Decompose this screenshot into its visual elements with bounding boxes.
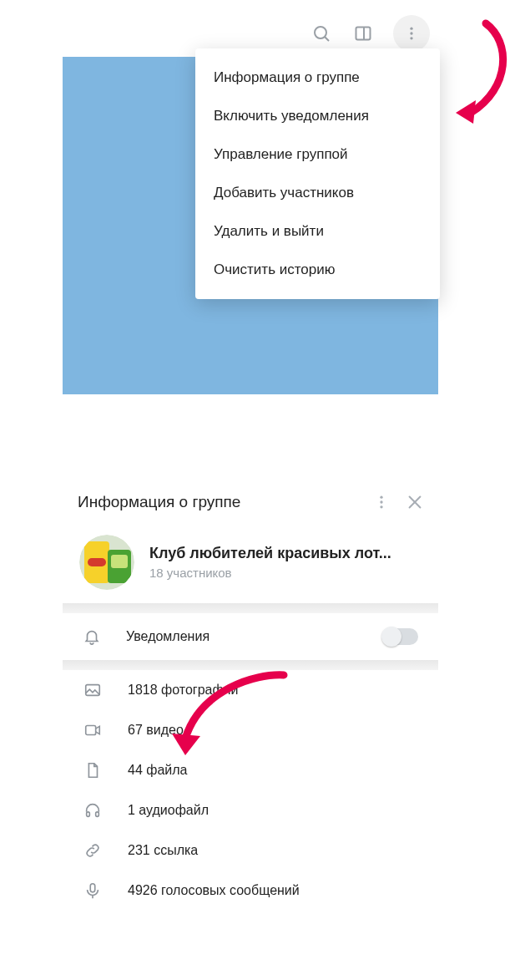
notifications-row[interactable]: Уведомления (63, 613, 438, 660)
menu-item-leave[interactable]: Удалить и выйти (195, 212, 440, 251)
svg-rect-17 (111, 555, 128, 568)
group-avatar[interactable] (79, 535, 134, 590)
svg-point-9 (380, 505, 382, 508)
svg-point-5 (410, 32, 412, 34)
svg-rect-19 (86, 726, 96, 735)
media-item-label: 231 ссылка (128, 843, 198, 858)
notifications-toggle[interactable] (383, 628, 418, 645)
svg-rect-21 (96, 812, 99, 817)
microphone-icon (83, 881, 103, 900)
media-links-row[interactable]: 231 ссылка (63, 830, 438, 871)
menu-item-clear-history[interactable]: Очистить историю (195, 251, 440, 289)
search-icon[interactable] (310, 22, 333, 45)
svg-line-1 (325, 37, 329, 41)
close-icon[interactable] (403, 490, 427, 514)
group-header-row[interactable]: Клуб любителей красивых лот... 18 участн… (63, 528, 438, 603)
annotation-arrow-1-icon (446, 17, 512, 125)
info-panel-header: Информация о группе (63, 476, 438, 528)
sidebar-panel-icon[interactable] (351, 22, 375, 45)
svg-point-8 (380, 500, 382, 503)
video-icon (83, 721, 103, 739)
media-item-label: 4926 голосовых сообщений (128, 883, 300, 898)
headphones-icon (83, 801, 103, 820)
svg-rect-22 (90, 884, 95, 892)
media-audio-row[interactable]: 1 аудиофайл (63, 790, 438, 830)
svg-point-0 (315, 27, 326, 38)
info-panel-title: Информация о группе (78, 493, 360, 511)
media-voice-row[interactable]: 4926 голосовых сообщений (63, 871, 438, 911)
photo-icon (83, 681, 103, 699)
link-icon (83, 841, 103, 860)
svg-rect-18 (86, 685, 100, 696)
group-member-count: 18 участников (149, 566, 422, 580)
menu-item-add-members[interactable]: Добавить участников (195, 174, 440, 212)
annotation-arrow-2-icon (167, 665, 300, 765)
file-icon (83, 761, 103, 779)
svg-point-4 (410, 28, 412, 30)
menu-item-enable-notif[interactable]: Включить уведомления (195, 97, 440, 135)
bell-icon (83, 627, 101, 646)
top-panel: Информация о группе Включить уведомления… (63, 10, 438, 394)
divider (63, 603, 438, 613)
menu-item-manage-group[interactable]: Управление группой (195, 135, 440, 174)
notifications-label: Уведомления (126, 629, 358, 644)
chat-background: Информация о группе Включить уведомления… (63, 57, 438, 394)
media-item-label: 1 аудиофайл (128, 803, 209, 818)
svg-rect-15 (88, 558, 106, 566)
dropdown-menu: Информация о группе Включить уведомления… (195, 48, 440, 299)
svg-point-7 (380, 496, 382, 499)
svg-rect-20 (87, 812, 90, 817)
more-menu-button[interactable] (393, 15, 430, 52)
svg-point-6 (410, 37, 412, 39)
group-name: Клуб любителей красивых лот... (149, 545, 422, 562)
panel-more-icon[interactable] (370, 490, 393, 514)
menu-item-group-info[interactable]: Информация о группе (195, 58, 440, 97)
